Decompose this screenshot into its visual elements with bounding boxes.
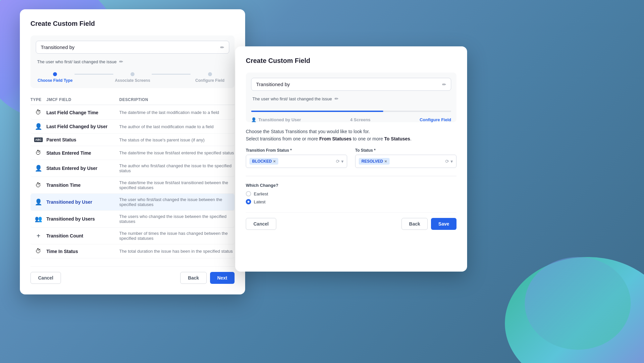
step-4-screens[interactable]: 4 Screens <box>350 117 370 122</box>
field-desc-bar-right: The user who first/ last changed the iss… <box>251 94 451 107</box>
step-dot-1 <box>53 72 57 76</box>
radio-label-earliest: Earliest <box>254 191 268 196</box>
cancel-button-right[interactable]: Cancel <box>246 218 276 230</box>
step-associate-screens[interactable]: Associate Screens <box>113 72 152 83</box>
edit-field-desc-icon-left[interactable]: ✏ <box>119 59 123 64</box>
row-desc: The users who changed the issue between … <box>119 214 235 224</box>
row-icon: 👤 <box>30 165 46 172</box>
to-status-refresh-btn[interactable]: ⟳ <box>445 159 449 164</box>
step-choose-field-type[interactable]: Choose Field Type <box>36 72 75 83</box>
save-button-right[interactable]: Save <box>431 218 456 230</box>
step-dot-2 <box>131 72 134 76</box>
table-row[interactable]: ⏱ Last Field Change Time The date/time o… <box>30 106 235 120</box>
field-desc-bar-left: The user who first/ last changed the iss… <box>36 57 229 70</box>
table-row[interactable]: 👤 Transitioned by User The user who firs… <box>30 194 235 211</box>
step-label-2: Associate Screens <box>115 78 150 83</box>
row-icon: ⏱ <box>30 182 46 189</box>
to-status-group: To Status * RESOLVED ✕ ⟳ ▾ <box>355 148 456 168</box>
step-transitioned-by-user[interactable]: 👤 Transitioned by User <box>251 117 301 122</box>
step-user-icon: 👤 <box>251 117 256 122</box>
modal-right: Create Custom Field Transitioned by ✏ Th… <box>235 46 467 272</box>
background-blob-br2 <box>525 257 631 350</box>
to-status-label: To Status * <box>355 148 456 153</box>
back-button-left[interactable]: Back <box>180 272 206 284</box>
row-name: Transition Count <box>46 233 119 238</box>
modal-left-footer: Cancel Back Next <box>30 266 235 284</box>
next-button-left[interactable]: Next <box>210 272 235 284</box>
row-icon: ABC <box>30 137 46 142</box>
from-status-dropdown-btn[interactable]: ▾ <box>341 159 344 164</box>
step-transitioned-label: Transitioned by User <box>258 117 301 122</box>
table-row[interactable]: ⏱ Status Entered Time The date/time the … <box>30 146 235 160</box>
blocked-tag-close[interactable]: ✕ <box>273 160 276 163</box>
table-row[interactable]: 👤 Status Entered by User The author who … <box>30 160 235 177</box>
row-name: Time In Status <box>46 249 119 254</box>
row-icon: ⏱ <box>30 149 46 156</box>
row-icon: 👤 <box>30 198 46 206</box>
step-label-1: Choose Field Type <box>38 78 73 83</box>
radio-circle-earliest <box>246 191 251 196</box>
cancel-button-left[interactable]: Cancel <box>30 272 61 284</box>
field-name-bar-right: Transitioned by ✏ <box>251 78 451 91</box>
from-statuses-bold: From Statuses <box>319 136 351 141</box>
field-name-text-right: Transitioned by <box>256 81 290 87</box>
row-desc: The date/time the issue first/last enter… <box>119 150 235 155</box>
row-name: Status Entered Time <box>46 150 119 156</box>
table-row[interactable]: + Transition Count The number of times t… <box>30 228 235 244</box>
resolved-tag: RESOLVED ✕ <box>359 158 390 165</box>
table-row[interactable]: ⏱ Transition Time The date/time the issu… <box>30 177 235 194</box>
modal-right-footer: Cancel Back Save <box>246 212 456 230</box>
field-desc-text-left: The user who first/ last changed the iss… <box>37 59 117 64</box>
section-description: Choose the Status Transitions that you w… <box>246 129 456 134</box>
row-name: Transition Time <box>46 182 119 188</box>
row-desc: The author who first/last changed the is… <box>119 163 235 173</box>
table-row[interactable]: ABC Parent Status The status of the issu… <box>30 134 235 146</box>
which-change-label: Which Change? <box>246 183 456 188</box>
section-sub-description: Select transitions from one or more From… <box>246 136 456 141</box>
col-jmcf-field: JMCF Field <box>46 97 119 102</box>
step-configure-field-right[interactable]: Configure Field <box>420 117 451 122</box>
table-header: Type JMCF Field Description <box>30 95 235 105</box>
transition-form: Transition From Status * BLOCKED ✕ ⟳ ▾ T… <box>246 148 456 168</box>
modal-right-title: Create Custom Field <box>246 57 456 65</box>
radio-label-latest: Latest <box>254 199 265 204</box>
steps-row-right: 👤 Transitioned by User 4 Screens Configu… <box>251 117 451 122</box>
field-name-text-left: Transitioned by <box>41 44 75 50</box>
row-desc: The date/time the issue first/last trans… <box>119 180 235 190</box>
edit-field-desc-icon-right[interactable]: ✏ <box>335 96 339 101</box>
modal-left-title: Create Custom Field <box>30 20 235 27</box>
row-icon: + <box>30 232 46 240</box>
row-name: Last Field Changed by User <box>46 124 119 129</box>
back-button-right[interactable]: Back <box>402 218 428 230</box>
radio-earliest[interactable]: Earliest <box>246 191 456 196</box>
row-name: Status Entered by User <box>46 166 119 171</box>
table-rows-container: ⏱ Last Field Change Time The date/time o… <box>30 106 235 258</box>
radio-latest[interactable]: Latest <box>246 199 456 204</box>
from-status-refresh-btn[interactable]: ⟳ <box>336 159 340 164</box>
row-desc: The total duration the issue has been in… <box>119 249 235 254</box>
row-name: Parent Status <box>46 137 119 142</box>
to-status-dropdown-btn[interactable]: ▾ <box>451 159 453 164</box>
table-row[interactable]: 👥 Transitioned by Users The users who ch… <box>30 211 235 228</box>
row-icon: ⏱ <box>30 109 46 116</box>
row-name: Last Field Change Time <box>46 110 119 115</box>
step-screens-label: 4 Screens <box>350 117 370 122</box>
field-type-table: Type JMCF Field Description ⏱ Last Field… <box>30 95 235 258</box>
row-desc: The status of the issue's parent issue (… <box>119 137 235 142</box>
table-row[interactable]: 👤 Last Field Changed by User The author … <box>30 120 235 134</box>
resolved-tag-close[interactable]: ✕ <box>384 160 387 163</box>
edit-field-name-icon-left[interactable]: ✏ <box>220 45 224 50</box>
table-row[interactable]: ⏱ Time In Status The total duration the … <box>30 244 235 258</box>
col-description: Description <box>119 97 235 102</box>
step-configure-field[interactable]: Configure Field <box>190 72 229 83</box>
row-desc: The number of times the issue has change… <box>119 231 235 241</box>
to-statuses-bold: To Statuses <box>384 136 410 141</box>
row-desc: The date/time of the last modification m… <box>119 110 235 115</box>
from-status-input[interactable]: BLOCKED ✕ ⟳ ▾ <box>246 155 347 168</box>
divider <box>246 176 456 176</box>
edit-field-name-icon-right[interactable]: ✏ <box>442 82 446 87</box>
from-status-group: Transition From Status * BLOCKED ✕ ⟳ ▾ <box>246 148 347 168</box>
to-status-input[interactable]: RESOLVED ✕ ⟳ ▾ <box>355 155 456 168</box>
progress-bar-fill <box>251 111 383 112</box>
which-change-group: Which Change? Earliest Latest <box>246 183 456 204</box>
